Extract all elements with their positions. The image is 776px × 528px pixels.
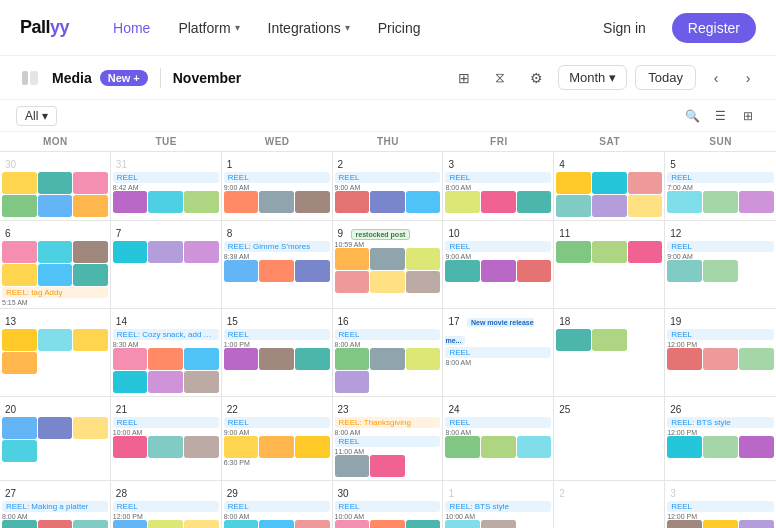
view-icons: 🔍 ☰ ⊞ (680, 104, 760, 128)
day-cell[interactable]: 5 REEL 7:00 AM (665, 152, 776, 220)
day-cell[interactable]: 2 REEL 9:00 AM (333, 152, 444, 220)
month-title: November (173, 70, 241, 86)
day-cell[interactable]: 26 REEL: BTS style 12:00 PM (665, 397, 776, 480)
day-cell[interactable]: 25 (554, 397, 665, 480)
week-row: 30 31 REEL 8:42 AM (0, 152, 776, 221)
event-time: 8:00 AM (224, 513, 330, 520)
nav-right: Sign in Register (587, 13, 756, 43)
day-cell[interactable]: 1 REEL 9:00 AM (222, 152, 333, 220)
day-cell[interactable]: 7 (111, 221, 222, 308)
grid-view-icon[interactable]: ⊞ (736, 104, 760, 128)
search-icon[interactable]: 🔍 (680, 104, 704, 128)
prev-month-button[interactable]: ‹ (704, 66, 728, 90)
grid-icon[interactable]: ⊞ (450, 64, 478, 92)
settings-icon[interactable]: ⚙ (522, 64, 550, 92)
day-cell[interactable]: 19 REEL 12:00 PM (665, 309, 776, 396)
event-time: 10:00 AM (335, 513, 441, 520)
day-cell[interactable]: 22 REEL 9:00 AM 6:30 PM (222, 397, 333, 480)
next-month-button[interactable]: › (736, 66, 760, 90)
day-cell[interactable]: 14 REEL: Cozy snack, add … 8:30 AM (111, 309, 222, 396)
day-cell[interactable]: 17 New movie release me... REEL 8:00 AM (443, 309, 554, 396)
week-row: 6 REEL: tag Addy 5:15 AM 7 (0, 221, 776, 309)
week-row: 13 14 REEL: Cozy snack, add … 8:30 AM (0, 309, 776, 397)
day-cell[interactable]: 2 (554, 481, 665, 528)
event-pill: REEL (224, 417, 330, 428)
today-button[interactable]: Today (635, 65, 696, 90)
event-time: 5:15 AM (2, 299, 108, 306)
event-time: 8:00 AM (445, 429, 551, 436)
nav-integrations[interactable]: Integrations ▾ (256, 14, 362, 42)
filter-icon[interactable]: ⧖ (486, 64, 514, 92)
new-badge[interactable]: New + (100, 70, 148, 86)
day-number: 30 (335, 487, 352, 500)
day-number: 31 (113, 158, 130, 171)
event-pill-2: REEL (335, 436, 441, 447)
event-pill: REEL (335, 329, 441, 340)
media-title: Media (52, 70, 92, 86)
day-cell[interactable]: 30 (0, 152, 111, 220)
day-cell[interactable]: 20 (0, 397, 111, 480)
event-pill: REEL: Cozy snack, add … (113, 329, 219, 340)
day-cell[interactable]: 16 REEL 8:00 AM (333, 309, 444, 396)
day-header-sun: SUN (665, 132, 776, 151)
day-cell[interactable]: 4 (554, 152, 665, 220)
event-time: 10:00 AM (445, 513, 551, 520)
nav-platform[interactable]: Platform ▾ (166, 14, 251, 42)
event-time2: 6:30 PM (224, 459, 330, 466)
day-cell[interactable]: 9 restocked post 10:59 AM (333, 221, 444, 308)
day-number: 15 (224, 315, 241, 328)
day-cell[interactable]: 10 REEL 9:00 AM (443, 221, 554, 308)
toolbar-icons: ⊞ ⧖ ⚙ Month ▾ Today ‹ › (450, 64, 760, 92)
event-pill: REEL: BTS style (445, 501, 551, 512)
event-time: 1:00 PM (224, 341, 330, 348)
day-cell[interactable]: 18 (554, 309, 665, 396)
event-time: 9:00 AM (224, 184, 330, 191)
day-cell[interactable]: 27 REEL: Making a platter 8:00 AM (0, 481, 111, 528)
svg-rect-0 (22, 71, 28, 85)
sidebar-toggle-button[interactable] (16, 64, 44, 92)
day-cell[interactable]: 8 REEL: Gimme S'mores 8:38 AM (222, 221, 333, 308)
day-cell[interactable]: 3 REEL 8:00 AM (443, 152, 554, 220)
day-number: 18 (556, 315, 573, 328)
nav-home[interactable]: Home (101, 14, 162, 42)
cal-subtoolbar: All ▾ 🔍 ☰ ⊞ (0, 100, 776, 132)
day-cell[interactable]: 29 REEL 8:00 AM (222, 481, 333, 528)
event-pill: REEL (113, 501, 219, 512)
day-cell[interactable]: 15 REEL 1:00 PM (222, 309, 333, 396)
day-number: 17 (445, 315, 462, 328)
nav-pricing[interactable]: Pricing (366, 14, 433, 42)
day-cell[interactable]: 24 REEL 8:00 AM (443, 397, 554, 480)
nav-links: Home Platform ▾ Integrations ▾ Pricing (101, 14, 587, 42)
event-pill: REEL (667, 329, 774, 340)
day-cell[interactable]: 23 REEL: Thanksgiving 8:00 AM REEL 11:00… (333, 397, 444, 480)
day-cell[interactable]: 13 (0, 309, 111, 396)
day-number: 1 (224, 158, 236, 171)
event-pill: REEL (224, 172, 330, 183)
day-number: 26 (667, 403, 684, 416)
month-selector[interactable]: Month ▾ (558, 65, 627, 90)
day-number: 8 (224, 227, 236, 240)
logo[interactable]: Pallyy (20, 17, 69, 38)
register-button[interactable]: Register (672, 13, 756, 43)
day-cell[interactable]: 11 (554, 221, 665, 308)
day-cell[interactable]: 31 REEL 8:42 AM (111, 152, 222, 220)
day-cell[interactable]: 28 REEL 12:00 PM (111, 481, 222, 528)
day-cell[interactable]: 30 REEL 10:00 AM (333, 481, 444, 528)
event-pill: REEL: Making a platter (2, 501, 108, 512)
event-pill: REEL (335, 501, 441, 512)
day-cell[interactable]: 6 REEL: tag Addy 5:15 AM (0, 221, 111, 308)
filter-all-button[interactable]: All ▾ (16, 106, 57, 126)
signin-button[interactable]: Sign in (587, 13, 662, 43)
day-cell[interactable]: 21 REEL 10:00 AM (111, 397, 222, 480)
week-row: 20 21 REEL 10:00 AM 22 (0, 397, 776, 481)
event-pill: REEL: Gimme S'mores (224, 241, 330, 252)
list-view-icon[interactable]: ☰ (708, 104, 732, 128)
day-header-wed: WED (222, 132, 333, 151)
day-cell[interactable]: 3 REEL 12:00 PM (665, 481, 776, 528)
day-cell[interactable]: 1 REEL: BTS style 10:00 AM (443, 481, 554, 528)
day-cell[interactable]: 12 REEL 9:00 AM (665, 221, 776, 308)
day-header-tue: TUE (111, 132, 222, 151)
svg-rect-1 (30, 71, 38, 85)
day-number: 25 (556, 403, 573, 416)
day-number: 14 (113, 315, 130, 328)
